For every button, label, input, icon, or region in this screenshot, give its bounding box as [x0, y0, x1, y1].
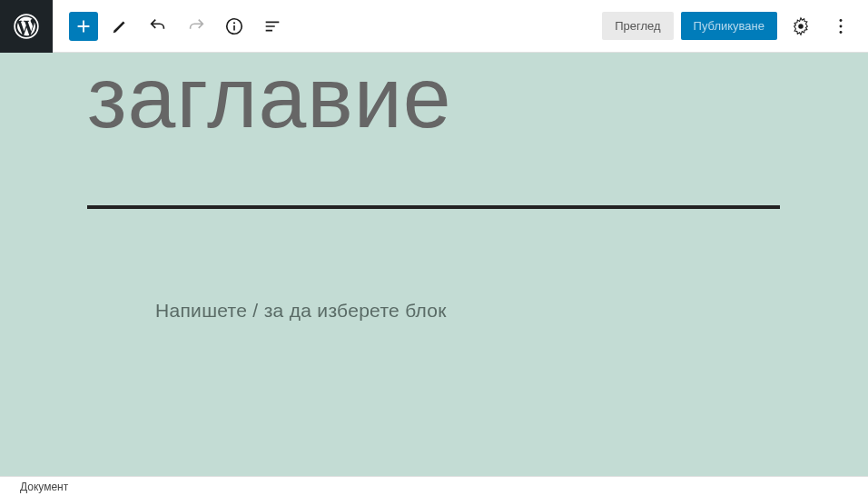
wordpress-logo[interactable]	[0, 0, 53, 53]
outline-button[interactable]	[256, 10, 289, 43]
left-tool-group	[53, 10, 289, 43]
wordpress-icon	[14, 14, 39, 39]
more-options-button[interactable]	[824, 10, 857, 43]
redo-icon	[186, 16, 206, 36]
breadcrumb[interactable]: Документ	[20, 481, 68, 493]
svg-point-2	[233, 22, 235, 24]
editor-canvas[interactable]: заглавие Напишете / за да изберете блок	[0, 53, 868, 476]
separator-block[interactable]	[87, 205, 780, 209]
kebab-icon	[831, 16, 851, 36]
add-block-button[interactable]	[69, 12, 98, 41]
tools-button[interactable]	[104, 10, 136, 43]
svg-point-6	[840, 30, 843, 33]
undo-button[interactable]	[142, 10, 174, 43]
redo-button[interactable]	[180, 10, 212, 43]
settings-button[interactable]	[784, 10, 817, 43]
post-title-placeholder: заглавие	[87, 53, 780, 149]
preview-button[interactable]: Преглед	[602, 12, 673, 40]
svg-point-5	[840, 25, 843, 27]
paragraph-block-placeholder[interactable]: Напишете / за да изберете блок	[155, 300, 447, 322]
info-icon	[224, 16, 244, 36]
publish-button[interactable]: Публикуване	[681, 12, 777, 40]
gear-icon	[791, 16, 811, 36]
plus-icon	[74, 16, 94, 36]
post-title-block[interactable]: заглавие	[87, 53, 780, 149]
editor-toolbar: Преглед Публикуване	[0, 0, 868, 53]
editor-footer: Документ	[0, 476, 868, 496]
info-button[interactable]	[218, 10, 251, 43]
undo-icon	[148, 16, 168, 36]
svg-point-4	[840, 19, 843, 22]
pencil-icon	[110, 16, 130, 36]
list-view-icon	[262, 16, 282, 36]
svg-point-3	[798, 24, 804, 29]
right-tool-group: Преглед Публикуване	[602, 10, 857, 43]
